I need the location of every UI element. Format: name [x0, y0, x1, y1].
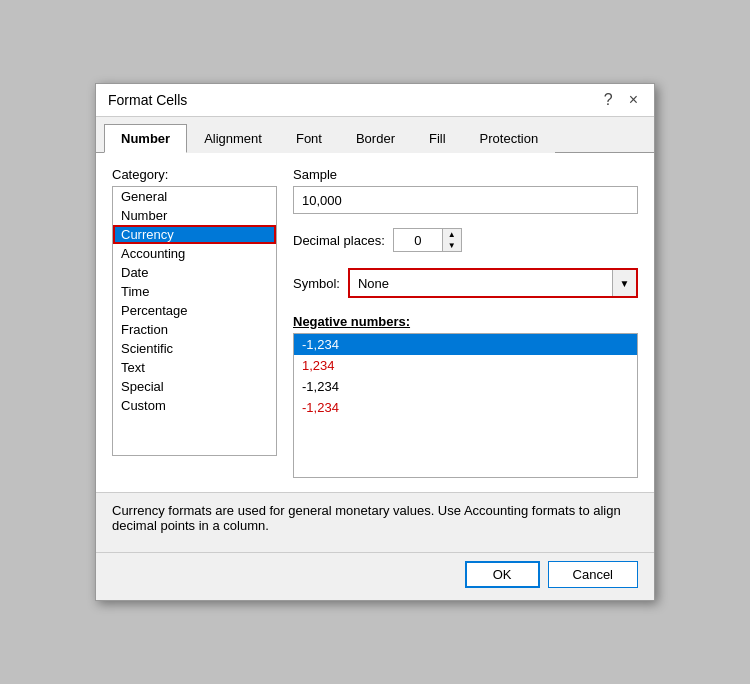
ok-button[interactable]: OK	[465, 561, 540, 588]
tab-number[interactable]: Number	[104, 124, 187, 153]
category-item-accounting[interactable]: Accounting	[113, 244, 276, 263]
category-item-currency[interactable]: Currency	[113, 225, 276, 244]
negative-numbers-section: Negative numbers: -1,234 1,234 -1,234 -1…	[293, 314, 638, 478]
neg-item-1[interactable]: -1,234	[294, 334, 637, 355]
category-panel: Category: General Number Currency Accoun…	[112, 167, 277, 478]
category-label: Category:	[112, 167, 277, 182]
negative-numbers-list[interactable]: -1,234 1,234 -1,234 -1,234	[293, 333, 638, 478]
description-area: Currency formats are used for general mo…	[96, 492, 654, 552]
tab-font[interactable]: Font	[279, 124, 339, 153]
cancel-button[interactable]: Cancel	[548, 561, 638, 588]
tab-protection[interactable]: Protection	[463, 124, 556, 153]
category-item-text[interactable]: Text	[113, 358, 276, 377]
tab-bar: Number Alignment Font Border Fill Protec…	[96, 117, 654, 153]
symbol-row: Symbol: None $ € £ ¥ ▼	[293, 268, 638, 298]
spinner-down[interactable]: ▼	[443, 240, 461, 251]
category-item-number[interactable]: Number	[113, 206, 276, 225]
symbol-dropdown-wrapper: None $ € £ ¥ ▼	[348, 268, 638, 298]
help-button[interactable]: ?	[600, 92, 617, 108]
negative-numbers-label: Negative numbers:	[293, 314, 638, 329]
right-panel: Sample 10,000 Decimal places: ▲ ▼	[293, 167, 638, 478]
category-item-date[interactable]: Date	[113, 263, 276, 282]
decimal-places-spinner: ▲ ▼	[393, 228, 462, 252]
neg-item-4[interactable]: -1,234	[294, 397, 637, 418]
category-item-custom[interactable]: Custom	[113, 396, 276, 415]
decimal-places-input[interactable]	[393, 228, 443, 252]
tab-alignment[interactable]: Alignment	[187, 124, 279, 153]
spinner-up[interactable]: ▲	[443, 229, 461, 240]
decimal-places-label: Decimal places:	[293, 233, 385, 248]
title-bar: Format Cells ? ×	[96, 84, 654, 117]
category-item-percentage[interactable]: Percentage	[113, 301, 276, 320]
category-item-scientific[interactable]: Scientific	[113, 339, 276, 358]
dialog-title: Format Cells	[108, 92, 187, 108]
description-text: Currency formats are used for general mo…	[112, 503, 621, 533]
category-item-time[interactable]: Time	[113, 282, 276, 301]
symbol-select[interactable]: None $ € £ ¥	[350, 270, 636, 296]
button-row: OK Cancel	[96, 552, 654, 600]
category-list[interactable]: General Number Currency Accounting Date …	[112, 186, 277, 456]
neg-item-3[interactable]: -1,234	[294, 376, 637, 397]
tab-border[interactable]: Border	[339, 124, 412, 153]
category-item-general[interactable]: General	[113, 187, 276, 206]
neg-item-2[interactable]: 1,234	[294, 355, 637, 376]
close-button[interactable]: ×	[625, 92, 642, 108]
category-item-fraction[interactable]: Fraction	[113, 320, 276, 339]
decimal-places-row: Decimal places: ▲ ▼	[293, 228, 638, 252]
sample-label: Sample	[293, 167, 638, 182]
title-bar-controls: ? ×	[600, 92, 642, 108]
tab-fill[interactable]: Fill	[412, 124, 463, 153]
format-cells-dialog: Format Cells ? × Number Alignment Font B…	[95, 83, 655, 601]
sample-section: Sample 10,000	[293, 167, 638, 214]
symbol-label: Symbol:	[293, 276, 340, 291]
category-item-special[interactable]: Special	[113, 377, 276, 396]
main-content: Category: General Number Currency Accoun…	[96, 153, 654, 492]
sample-value: 10,000	[293, 186, 638, 214]
spinner-buttons: ▲ ▼	[443, 228, 462, 252]
